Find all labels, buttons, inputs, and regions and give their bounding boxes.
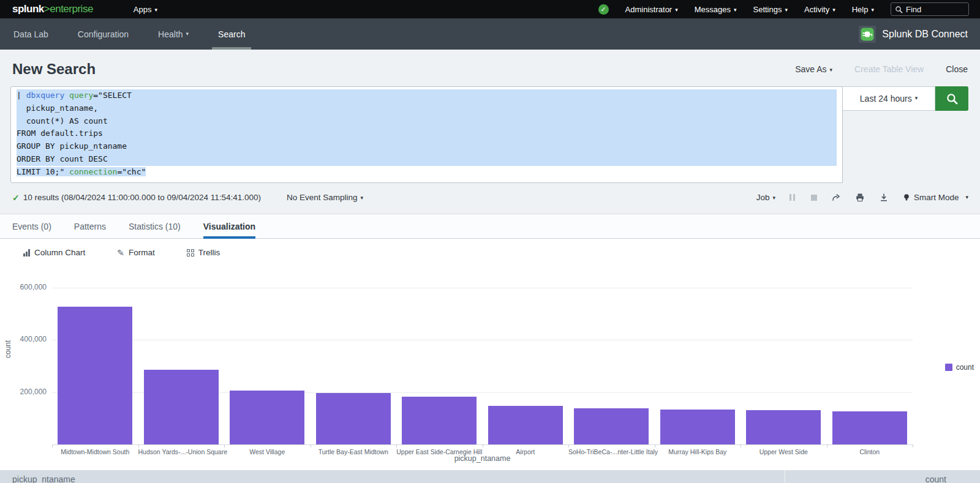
- appbar-item-data-lab[interactable]: Data Lab: [12, 18, 50, 50]
- topbar-menu-messages[interactable]: Messages▾: [695, 5, 737, 14]
- topbar-menu-settings[interactable]: Settings▾: [753, 5, 788, 14]
- bar-7[interactable]: [574, 408, 649, 444]
- bar-9[interactable]: [746, 410, 821, 444]
- close-button[interactable]: Close: [946, 64, 968, 74]
- share-button[interactable]: [831, 193, 841, 202]
- save-as-button[interactable]: Save As▾: [795, 64, 832, 74]
- caret-icon: ▾: [871, 7, 874, 13]
- app-navigation-bar: Data LabConfigurationHealth▾Search Splun…: [0, 18, 980, 50]
- appbar-item-configuration[interactable]: Configuration: [77, 18, 130, 50]
- tab-statistics-10[interactable]: Statistics (10): [129, 214, 181, 238]
- db-connect-app-icon[interactable]: [859, 26, 876, 43]
- health-status-icon[interactable]: ✓: [598, 4, 609, 15]
- app-title: Splunk DB Connect: [882, 29, 968, 40]
- bar-slot: [52, 307, 138, 444]
- query-line: | dbxquery query="SELECT: [17, 89, 837, 102]
- bar-8[interactable]: [660, 410, 735, 444]
- bar-4[interactable]: [316, 393, 391, 444]
- search-icon: [895, 6, 903, 13]
- run-search-button[interactable]: [935, 86, 968, 111]
- find-search-box[interactable]: [891, 2, 969, 16]
- page-title: New Search: [12, 61, 96, 78]
- find-input[interactable]: [906, 5, 961, 14]
- statistics-table-header: pickup_ntaname count: [0, 470, 980, 483]
- bar-2[interactable]: [144, 370, 219, 444]
- x-axis-tick: [741, 444, 741, 447]
- x-axis-tick: [913, 444, 913, 447]
- job-menu[interactable]: Job▾: [756, 193, 775, 202]
- topbar-menu-help[interactable]: Help▾: [852, 5, 874, 14]
- caret-icon: ▾: [675, 7, 678, 13]
- bar-slot: [224, 391, 311, 444]
- stop-button[interactable]: [811, 195, 817, 201]
- column-header-pickup-ntaname[interactable]: pickup_ntaname: [12, 474, 75, 483]
- pause-button[interactable]: [790, 194, 797, 201]
- caret-icon: ▾: [965, 194, 968, 200]
- column-chart-icon: [23, 249, 30, 256]
- y-tick-label: 400,000: [0, 335, 47, 343]
- results-summary: 10 results (08/04/2024 11:00:00.000 to 0…: [23, 193, 261, 202]
- chart-legend[interactable]: count: [945, 363, 974, 372]
- lightbulb-icon: [903, 193, 910, 202]
- x-axis-tick: [224, 444, 225, 447]
- results-check-icon: ✓: [12, 193, 20, 203]
- bar-10[interactable]: [832, 411, 907, 444]
- splunk-logo[interactable]: splunk>enterprise: [12, 3, 93, 15]
- bar-slot: [396, 397, 483, 444]
- bar-6[interactable]: [488, 406, 563, 444]
- y-tick-label: 200,000: [0, 388, 47, 396]
- y-tick-label: 600,000: [0, 283, 47, 291]
- query-line: GROUP BY pickup_ntaname: [17, 140, 837, 153]
- apps-menu[interactable]: Apps▾: [134, 5, 157, 14]
- print-icon: [855, 193, 865, 202]
- tab-events-0[interactable]: Events (0): [12, 214, 51, 238]
- x-axis-tick: [483, 444, 483, 447]
- bar-slot: [568, 408, 655, 444]
- caret-icon: ▾: [785, 7, 788, 13]
- query-line: FROM default.trips: [17, 127, 837, 140]
- legend-swatch: [945, 364, 952, 371]
- column-chart: count 200,000400,000600,000 Midtown-Midt…: [0, 266, 980, 470]
- column-header-count[interactable]: count: [925, 474, 946, 483]
- export-button[interactable]: [879, 193, 889, 202]
- download-icon: [879, 193, 889, 202]
- x-axis-tick: [396, 444, 397, 447]
- share-icon: [831, 193, 841, 202]
- x-axis-title: pickup_ntaname: [52, 454, 913, 463]
- bar-slot: [138, 370, 225, 444]
- format-button[interactable]: ✎ Format: [117, 248, 155, 258]
- query-line: LIMIT 10;" connection="chc": [17, 166, 837, 179]
- time-range-picker[interactable]: Last 24 hours▾: [843, 86, 935, 111]
- search-query-input[interactable]: | dbxquery query="SELECT pickup_ntaname,…: [10, 86, 843, 183]
- topbar-menu-activity[interactable]: Activity▾: [804, 5, 835, 14]
- caret-icon: ▾: [361, 195, 364, 201]
- appbar-item-search[interactable]: Search: [217, 18, 246, 50]
- appbar-item-health[interactable]: Health▾: [157, 18, 190, 50]
- bar-5[interactable]: [402, 397, 477, 444]
- tab-visualization[interactable]: Visualization: [203, 214, 255, 238]
- caret-icon: ▾: [915, 95, 918, 101]
- active-tab-underline: [212, 47, 251, 50]
- plug-icon: [860, 27, 875, 42]
- chart-type-picker[interactable]: Column Chart: [23, 248, 85, 257]
- tab-patterns[interactable]: Patterns: [74, 214, 106, 238]
- bar-1[interactable]: [58, 307, 132, 444]
- query-line: pickup_ntaname,: [17, 102, 837, 115]
- bar-3[interactable]: [230, 391, 304, 444]
- bar-slot: [483, 406, 569, 444]
- topbar-menu-administrator[interactable]: Administrator▾: [625, 5, 678, 14]
- event-sampling-menu[interactable]: No Event Sampling▾: [287, 193, 363, 202]
- caret-icon: ▾: [186, 31, 189, 37]
- bar-slot: [655, 410, 741, 444]
- legend-label: count: [956, 363, 974, 372]
- print-button[interactable]: [855, 193, 865, 202]
- column-divider: [785, 470, 785, 483]
- top-navigation-bar: splunk>enterprise Apps▾ ✓ Administrator▾…: [0, 0, 980, 18]
- logo-brand: splunk: [12, 3, 44, 15]
- query-line: ORDER BY count DESC: [17, 153, 837, 166]
- caret-icon: ▾: [772, 195, 775, 201]
- search-mode-menu[interactable]: Smart Mode▾: [903, 193, 968, 202]
- trellis-button[interactable]: Trellis: [187, 248, 221, 257]
- x-axis-tick: [52, 444, 53, 447]
- x-axis-tick: [568, 444, 569, 447]
